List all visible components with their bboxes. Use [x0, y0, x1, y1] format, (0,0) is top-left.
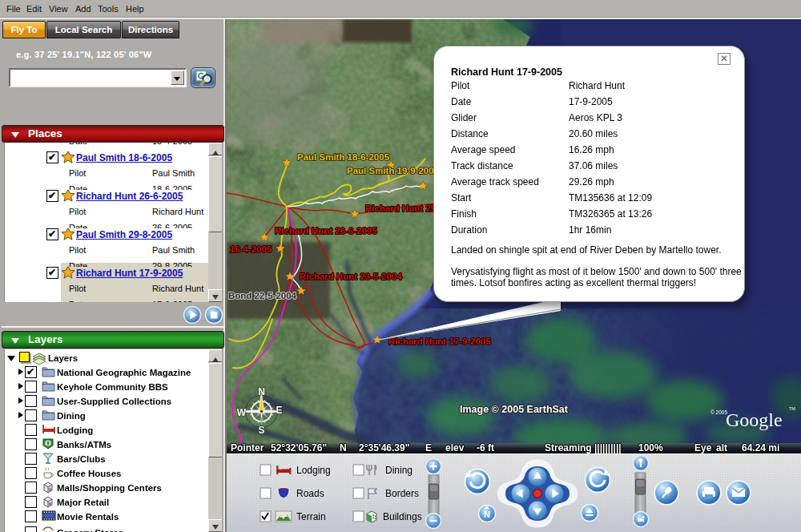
- svg-text:16-4-2005: 16-4-2005: [230, 244, 272, 254]
- svg-text:Borders: Borders: [385, 488, 419, 499]
- svg-text:Terrain: Terrain: [296, 511, 326, 522]
- svg-text:Dining: Dining: [385, 465, 413, 476]
- svg-text:N: N: [484, 510, 490, 519]
- svg-text:S: S: [258, 425, 264, 436]
- svg-text:Roads: Roads: [296, 488, 324, 499]
- svg-text:TM: TM: [789, 406, 795, 411]
- svg-text:N: N: [258, 386, 265, 397]
- svg-text:Paul Smith 18-6-2005: Paul Smith 18-6-2005: [297, 152, 390, 162]
- svg-text:Buildings: Buildings: [383, 511, 422, 522]
- svg-text:Richard Hunt 17-9-2005: Richard Hunt 17-9-2005: [388, 337, 491, 346]
- svg-text:Richard Hunt 26-6-2005: Richard Hunt 26-6-2005: [275, 226, 377, 236]
- svg-text:Google: Google: [726, 409, 783, 430]
- svg-text:E: E: [276, 405, 282, 416]
- svg-text:W: W: [237, 407, 247, 418]
- svg-text:Richard Hunt 23-5-2004: Richard Hunt 23-5-2004: [300, 272, 402, 281]
- svg-text:Lodging: Lodging: [296, 465, 331, 476]
- svg-text:Paul Smith 19-9-2005: Paul Smith 19-9-2005: [347, 166, 440, 175]
- svg-text:Bond 22-5-2004: Bond 22-5-2004: [228, 291, 297, 300]
- svg-text:Image © 2005 EarthSat: Image © 2005 EarthSat: [460, 404, 569, 415]
